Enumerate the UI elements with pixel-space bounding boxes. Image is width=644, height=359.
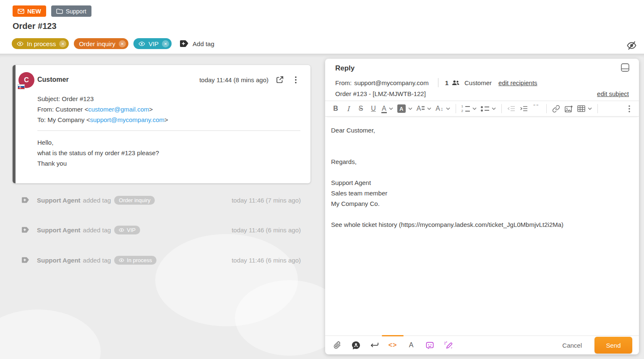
activity-row: Support Agent added tag In process today…: [13, 255, 310, 265]
insert-table-button[interactable]: [576, 103, 593, 114]
activity-timestamp: today 11:46 (6 mins ago): [232, 226, 301, 234]
status-new-button[interactable]: NEW: [13, 5, 46, 17]
add-tag-label: Add tag: [193, 40, 214, 47]
tag-remove-icon[interactable]: ×: [119, 40, 126, 47]
activity-action: added tag: [83, 197, 111, 204]
canned-message-icon[interactable]: [351, 339, 360, 351]
reply-bottom-bar: <> A Cancel Send: [325, 336, 639, 354]
activity-tag-label: Order inquiry: [119, 197, 150, 203]
bullet-list-button[interactable]: [480, 103, 497, 114]
tag-remove-icon[interactable]: ×: [59, 40, 66, 47]
font-family-button[interactable]: A: [415, 103, 433, 114]
blockquote-button[interactable]: “: [531, 103, 542, 114]
return-arrow-icon[interactable]: [370, 339, 379, 351]
divider: [438, 78, 438, 87]
page-title: Order #123: [13, 21, 57, 31]
outdent-button[interactable]: [506, 103, 517, 114]
reply-header: Reply From: support@mycompany.com 1 Cust…: [325, 59, 639, 101]
activity-timestamp: today 11:46 (7 mins ago): [232, 197, 301, 204]
message-header: Customer today 11:44 (8 mins ago): [37, 65, 300, 84]
code-view-button[interactable]: <>: [388, 339, 397, 351]
reply-from-email: support@mycompany.com: [354, 79, 429, 86]
editor-line: [331, 209, 633, 219]
tag-in-process[interactable]: In process ×: [12, 38, 69, 49]
reply-subject: Order #123 - [LMZ-MJWTB-122]: [335, 90, 426, 97]
editor-line: [331, 146, 633, 156]
activity-row: Support Agent added tag Order inquiry to…: [13, 195, 310, 206]
message-inner: Customer today 11:44 (8 mins ago) Subjec…: [37, 65, 300, 169]
editor-line: See whole ticket history (https://mycomp…: [331, 219, 633, 230]
ai-chat-icon[interactable]: [425, 339, 434, 351]
tag-plus-icon: [22, 227, 29, 233]
reply-editor[interactable]: Dear Customer, Regards, Support Agent Sa…: [325, 117, 639, 336]
message-from: From: Customer <customer@gmail.com>: [37, 104, 300, 114]
ticket-page: NEW Support Order #123 In process × Orde…: [0, 0, 644, 359]
editor-line: My Company Co.: [331, 198, 633, 209]
cancel-button[interactable]: Cancel: [562, 342, 582, 349]
reply-from-row: From: support@mycompany.com 1 Customer e…: [335, 77, 629, 88]
avatar: C: [18, 72, 34, 88]
dock-panel-icon[interactable]: [621, 63, 631, 73]
insert-image-button[interactable]: [563, 103, 574, 114]
ai-pencil-icon[interactable]: [443, 339, 453, 351]
add-tag-button[interactable]: Add tag: [180, 40, 214, 47]
tag-remove-icon[interactable]: ×: [162, 40, 169, 47]
from-email-link[interactable]: customer@gmail.com: [88, 106, 149, 113]
tag-order-inquiry[interactable]: Order inquiry ×: [74, 38, 128, 49]
header-button-row: NEW Support: [13, 5, 91, 17]
strikethrough-button[interactable]: S: [355, 103, 366, 114]
tag-vip[interactable]: VIP ×: [133, 38, 172, 49]
department-label: Support: [66, 8, 86, 15]
edit-subject-link[interactable]: edit subject: [597, 90, 629, 97]
envelope-check-icon: [18, 9, 24, 14]
tag-row: In process × Order inquiry × VIP × Add t…: [12, 38, 214, 49]
tag-plus-icon: [22, 197, 29, 203]
status-new-label: NEW: [27, 8, 41, 15]
font-size-button[interactable]: A↕: [434, 103, 451, 114]
plain-text-button[interactable]: A: [407, 339, 416, 351]
font-color-button[interactable]: A: [381, 103, 394, 114]
tag-label: VIP: [149, 40, 159, 47]
eye-icon: [138, 42, 145, 46]
eye-icon: [119, 258, 124, 262]
edit-recipients-link[interactable]: edit recipients: [498, 79, 537, 86]
insert-link-button[interactable]: [551, 103, 562, 114]
highlight-color-button[interactable]: A: [396, 103, 414, 114]
toolbar-more-button[interactable]: [624, 103, 635, 114]
editor-line: [331, 167, 633, 177]
to-email-link[interactable]: support@mycompany.com: [90, 116, 164, 123]
ordered-list-button[interactable]: 12: [460, 103, 478, 114]
activity-tag-label: VIP: [127, 227, 136, 233]
italic-button[interactable]: I: [343, 103, 354, 114]
message-timestamp: today 11:44 (8 mins ago): [199, 76, 269, 83]
indent-button[interactable]: [519, 103, 529, 114]
department-button[interactable]: Support: [51, 5, 91, 17]
editor-line: Sales team member: [331, 188, 633, 198]
paperclip-icon[interactable]: [333, 339, 342, 351]
background-cloud: [0, 310, 101, 359]
ticket-header: NEW Support Order #123 In process × Orde…: [0, 0, 644, 54]
send-button[interactable]: Send: [594, 337, 632, 354]
activity-action: added tag: [83, 226, 111, 234]
people-icon: [452, 80, 459, 86]
activity-action: added tag: [83, 257, 111, 264]
eye-icon: [119, 228, 124, 232]
message-to: To: My Company <support@mycompany.com>: [37, 114, 300, 125]
bold-button[interactable]: B: [330, 103, 341, 114]
activity-tag-pill: In process: [114, 256, 156, 265]
eye-off-button[interactable]: [626, 41, 637, 52]
tag-label: Order inquiry: [79, 40, 115, 47]
kebab-menu-icon[interactable]: [291, 75, 300, 84]
activity-row: Support Agent added tag VIP today 11:46 …: [13, 224, 310, 235]
message-author: Customer: [37, 76, 69, 83]
external-link-icon[interactable]: [275, 75, 284, 84]
message-subject: Subject: Order #123: [37, 94, 300, 104]
underline-button[interactable]: U: [368, 103, 379, 114]
editor-line: Regards,: [331, 156, 633, 167]
toolbar-divider: [456, 104, 456, 113]
activity-agent: Support Agent: [37, 257, 81, 264]
message-body-line: Thank you: [37, 158, 300, 169]
reply-subject-row: Order #123 - [LMZ-MJWTB-122] edit subjec…: [335, 88, 629, 99]
ticket-content: C Customer today 11:44 (8 mins ago): [0, 54, 644, 359]
tag-label: In process: [27, 40, 56, 47]
